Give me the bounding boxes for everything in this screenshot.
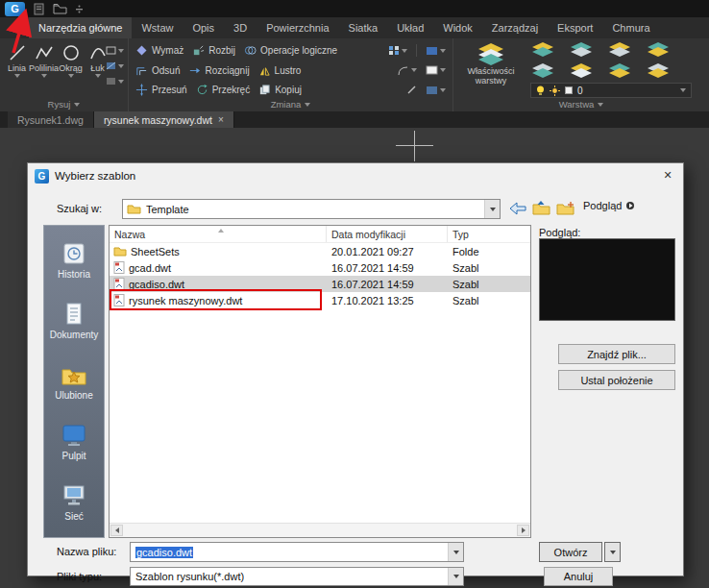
bulb-icon — [536, 86, 545, 96]
find-file-button[interactable]: Znajdź plik... — [558, 344, 675, 364]
layer-tool-icon[interactable] — [607, 41, 634, 59]
layer-tool-icon[interactable] — [530, 62, 557, 80]
ribbon-tab-eksport[interactable]: Eksport — [548, 17, 602, 38]
places-panel: Historia Dokumenty Ulubione Pulpit Sieć — [43, 225, 105, 538]
place-dokumenty[interactable]: Dokumenty — [50, 302, 99, 340]
file-type-label: Pliki typu: — [57, 571, 102, 582]
tool-rozbij[interactable]: Rozbij — [192, 44, 235, 57]
doc-tab-rysunek-maszynowy[interactable]: rysunek maszynowy.dwt × — [94, 111, 234, 128]
chevron-down-icon — [680, 88, 686, 92]
layer-tool-icon[interactable] — [646, 41, 672, 59]
folder-icon — [127, 204, 141, 214]
tool-przekrec[interactable]: Przekręć — [196, 84, 250, 96]
column-header-nazwa[interactable]: Nazwa — [110, 226, 327, 242]
up-one-level-button[interactable] — [531, 200, 551, 216]
cancel-button[interactable]: Anuluj — [544, 567, 613, 586]
new-folder-button[interactable] — [555, 200, 575, 216]
offset-icon — [135, 64, 148, 77]
open-button[interactable]: Otwórz — [539, 542, 602, 562]
chevron-down-icon[interactable] — [41, 74, 47, 78]
tool-lustro[interactable]: Lustro — [258, 64, 302, 77]
tool-hatch-flyout[interactable] — [106, 61, 124, 70]
sort-ascending-icon — [218, 229, 224, 233]
tool-blue-swatch-flyout[interactable] — [426, 46, 446, 56]
horizontal-scrollbar[interactable] — [110, 523, 530, 537]
place-ulubione[interactable]: Ulubione — [55, 362, 92, 401]
ribbon-tab-opis[interactable]: Opis — [183, 17, 224, 38]
layer-tool-icon[interactable] — [646, 62, 672, 80]
ribbon-tab-powierzchnia[interactable]: Powierzchnia — [257, 17, 338, 38]
file-name-combo[interactable]: gcadiso.dwt — [130, 542, 464, 562]
layer-tool-icon[interactable] — [569, 41, 596, 59]
chevron-down-icon[interactable] — [68, 74, 74, 78]
select-template-dialog: G Wybierz szablon ✕ Szukaj w: Template P… — [27, 162, 684, 576]
ribbon-tab-siatka[interactable]: Siatka — [339, 17, 388, 38]
arc-icon — [88, 43, 108, 62]
column-header-data-modyfikacji[interactable]: Data modyfikacji — [327, 226, 448, 242]
place-pulpit[interactable]: Pulpit — [60, 423, 88, 461]
tool-rozciagnij[interactable]: Rozciągnij — [188, 64, 249, 77]
tool-region-flyout[interactable] — [106, 77, 124, 86]
region-icon — [106, 77, 116, 86]
ribbon-tab-3d[interactable]: 3D — [224, 17, 257, 38]
tool-kopiuj[interactable]: Kopiuj — [258, 84, 302, 96]
layer-current-dropdown[interactable]: 0 — [530, 83, 692, 98]
tool-white-swatch-flyout[interactable] — [426, 65, 446, 75]
preview-label: Podgląd: — [539, 227, 580, 238]
tool-odsun[interactable]: Odsuń — [135, 64, 180, 77]
quick-access-options-icon[interactable] — [75, 5, 84, 13]
file-row-sheetsets[interactable]: SheetSets 20.01.2021 09:27 Folde — [110, 243, 530, 259]
dialog-close-button[interactable]: ✕ — [652, 163, 683, 187]
ribbon-tab-wstaw[interactable]: Wstaw — [132, 17, 183, 38]
ribbon-tab-zarzadzaj[interactable]: Zarządzaj — [482, 17, 548, 38]
preview-toggle-button[interactable]: Podgląd — [583, 200, 635, 211]
layer-properties-button[interactable]: Właściwości warstwy — [461, 42, 521, 86]
ribbon-tab-uklad[interactable]: Układ — [387, 17, 433, 38]
dialog-titlebar[interactable]: G Wybierz szablon — [28, 163, 683, 188]
combo-dropdown-arrow[interactable] — [448, 568, 463, 585]
scroll-right-button[interactable] — [517, 525, 529, 536]
set-location-button[interactable]: Ustal położenie — [558, 370, 675, 390]
tool-rectangle-flyout[interactable] — [106, 46, 124, 55]
tool-przesun[interactable]: Przesuń — [135, 84, 187, 96]
layer-tool-icon[interactable] — [607, 62, 634, 80]
scroll-left-button[interactable] — [110, 525, 123, 536]
place-historia[interactable]: Historia — [58, 241, 90, 280]
ribbon: Linia Polilinia Okrąg Łuk — [0, 38, 709, 111]
tool-blue-swatch2-flyout[interactable] — [426, 86, 446, 95]
place-siec[interactable]: Sieć — [60, 483, 88, 522]
doc-tab-rysunek1[interactable]: Rysunek1.dwg — [8, 111, 94, 128]
chevron-down-icon — [598, 103, 603, 107]
tool-fillet-flyout[interactable] — [398, 65, 417, 76]
chevron-down-icon[interactable] — [14, 74, 20, 78]
ribbon-tab-narzedzia-glowne[interactable]: Narzędzia główne — [29, 17, 132, 38]
close-tab-icon[interactable]: × — [218, 114, 224, 125]
file-row-gcad[interactable]: gcad.dwt 16.07.2021 14:59 Szabl — [110, 259, 530, 276]
look-in-combo[interactable]: Template — [122, 199, 501, 219]
color-swatch-icon — [426, 46, 438, 56]
chevron-down-icon — [440, 68, 446, 72]
combo-dropdown-arrow[interactable] — [448, 543, 463, 561]
open-folder-icon[interactable] — [53, 3, 67, 14]
combo-dropdown-arrow[interactable] — [484, 200, 500, 218]
stretch-icon — [188, 64, 201, 77]
tool-operacje-logiczne[interactable]: Operacje logiczne — [244, 44, 337, 57]
file-type-combo[interactable]: Szablon rysunku(*.dwt) — [130, 567, 464, 586]
group-label-warstwa[interactable]: Warstwa — [511, 98, 651, 110]
tool-wymaz[interactable]: Wymaż — [135, 44, 183, 57]
ribbon-tab-chmura[interactable]: Chmura — [602, 17, 659, 38]
back-button[interactable] — [508, 200, 527, 216]
chevron-down-icon[interactable] — [95, 74, 101, 78]
open-split-arrow[interactable] — [604, 542, 621, 562]
group-label-rysuj[interactable]: Rysuj — [0, 98, 128, 110]
tool-okrag[interactable]: Okrąg — [58, 43, 84, 78]
group-label-zmiana[interactable]: Zmiana — [129, 98, 452, 110]
column-header-typ[interactable]: Typ — [448, 226, 530, 242]
tool-trim-flyout[interactable] — [406, 85, 417, 95]
layer-tool-icon[interactable] — [569, 62, 596, 80]
layer-tool-icon[interactable] — [530, 41, 557, 59]
ribbon-tab-widok[interactable]: Widok — [433, 17, 482, 38]
tool-array-flyout[interactable] — [388, 45, 407, 56]
chevron-down-icon — [402, 49, 407, 53]
chevron-down-icon — [305, 103, 310, 107]
